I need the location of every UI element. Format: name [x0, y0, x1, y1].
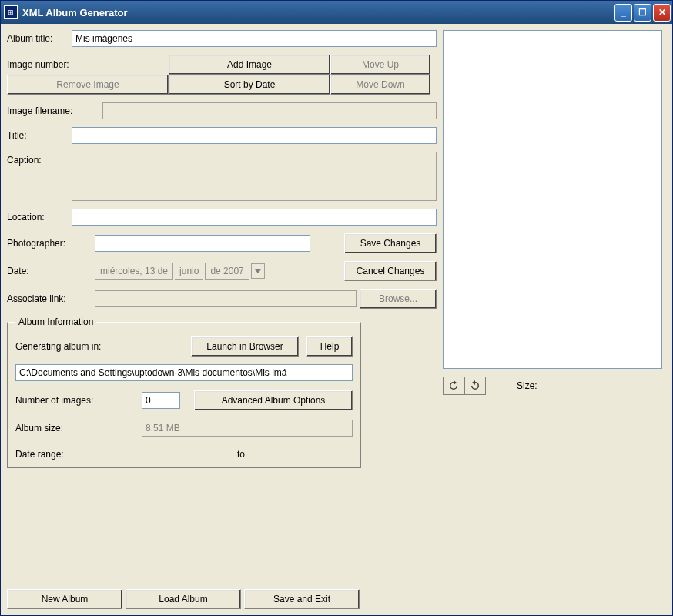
sort-by-date-button[interactable]: Sort by Date [169, 75, 330, 95]
photographer-row: Photographer: Save Changes [7, 233, 437, 253]
caption-label: Caption: [7, 152, 69, 166]
location-row: Location: [7, 209, 437, 226]
location-input[interactable] [72, 209, 437, 226]
generating-row: Generating album in: Launch in Browser H… [15, 336, 353, 357]
album-size-value [142, 420, 353, 437]
remove-image-button[interactable]: Remove Image [7, 75, 169, 95]
date-range-label: Date range: [15, 449, 139, 460]
album-info-group: Album Information Generating album in: L… [7, 316, 361, 468]
rotate-right-button[interactable] [464, 377, 486, 395]
launch-in-browser-button[interactable]: Launch in Browser [191, 336, 299, 357]
photographer-input[interactable] [95, 235, 310, 252]
album-info-legend: Album Information [15, 316, 96, 327]
album-path-input[interactable] [15, 364, 353, 381]
caption-row: Caption: [7, 152, 437, 201]
save-and-exit-button[interactable]: Save and Exit [244, 589, 360, 609]
associate-link-row: Associate link: Browse... [7, 289, 437, 309]
image-filename-row: Image filename: [7, 102, 437, 119]
generating-label: Generating album in: [15, 341, 188, 352]
app-window: ⊞ XML Album Generator _ ☐ ✕ Album title:… [0, 0, 673, 616]
new-album-button[interactable]: New Album [7, 589, 122, 609]
associate-link-label: Associate link: [7, 293, 92, 304]
advanced-album-options-button[interactable]: Advanced Album Options [194, 390, 353, 410]
date-range-to-label: to [237, 449, 245, 460]
num-images-label: Number of images: [15, 395, 139, 406]
rotate-right-icon [469, 380, 481, 392]
rotate-controls: Size: [443, 377, 666, 395]
date-picker[interactable]: miércoles, 13 de junio de 2007 [95, 263, 265, 280]
move-up-button[interactable]: Move Up [330, 55, 430, 75]
associate-link-input [95, 290, 357, 307]
chevron-down-icon[interactable] [251, 263, 265, 279]
size-label: Size: [517, 380, 537, 391]
title-row: Title: [7, 127, 437, 144]
cancel-changes-button[interactable]: Cancel Changes [344, 261, 437, 281]
image-number-label: Image number: [7, 55, 169, 75]
album-size-label: Album size: [15, 423, 139, 434]
add-image-button[interactable]: Add Image [169, 55, 330, 75]
date-range-row: Date range: to [15, 449, 353, 460]
album-title-input[interactable] [72, 30, 437, 47]
browse-button[interactable]: Browse... [360, 289, 437, 309]
date-row: Date: miércoles, 13 de junio de 2007 Can… [7, 261, 437, 281]
location-label: Location: [7, 212, 69, 223]
footer-buttons: New Album Load Album Save and Exit [7, 584, 437, 609]
titlebar: ⊞ XML Album Generator _ ☐ ✕ [1, 1, 672, 24]
photographer-label: Photographer: [7, 238, 92, 249]
window-controls: _ ☐ ✕ [614, 4, 671, 22]
minimize-button[interactable]: _ [614, 4, 632, 22]
date-label: Date: [7, 266, 92, 276]
num-images-row: Number of images: Advanced Album Options [15, 390, 353, 410]
app-icon: ⊞ [4, 5, 18, 19]
close-button[interactable]: ✕ [653, 4, 671, 22]
load-album-button[interactable]: Load Album [126, 589, 241, 609]
left-column: Album title: Image number: Add Image Mov… [7, 30, 437, 609]
date-month: junio [175, 263, 203, 280]
title-label: Title: [7, 130, 69, 141]
album-size-row: Album size: [15, 420, 353, 437]
save-changes-button[interactable]: Save Changes [344, 233, 437, 253]
image-filename-input [102, 102, 437, 119]
content-area: Album title: Image number: Add Image Mov… [1, 24, 672, 615]
date-year: de 2007 [205, 263, 249, 280]
date-weekday: miércoles, 13 de [95, 263, 173, 280]
title-input[interactable] [72, 127, 437, 144]
window-title: XML Album Generator [22, 7, 614, 18]
move-down-button[interactable]: Move Down [330, 75, 430, 95]
album-title-label: Album title: [7, 33, 69, 44]
album-title-row: Album title: [7, 30, 437, 47]
maximize-button[interactable]: ☐ [634, 4, 651, 22]
help-button[interactable]: Help [306, 336, 353, 357]
image-preview [443, 30, 662, 369]
num-images-input[interactable] [142, 392, 180, 409]
image-controls: Image number: Add Image Move Up Remove I… [7, 55, 437, 95]
right-column: Size: [443, 30, 666, 609]
caption-input [72, 152, 437, 201]
rotate-left-icon [447, 380, 460, 392]
rotate-left-button[interactable] [443, 377, 464, 395]
image-filename-label: Image filename: [7, 105, 99, 116]
